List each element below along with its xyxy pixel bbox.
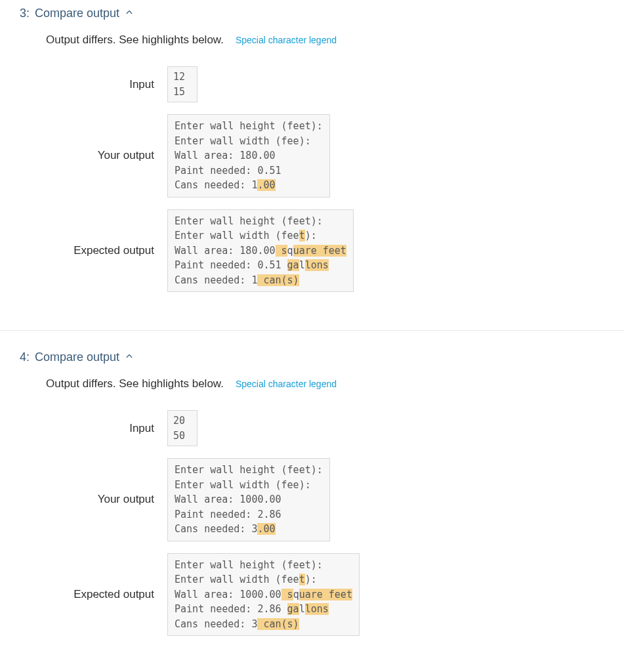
code-text: l xyxy=(299,259,305,271)
code-text: ): xyxy=(305,230,317,242)
compare-output-section: 4:Compare outputOutput differs. See high… xyxy=(0,330,624,654)
section-number: 4: xyxy=(20,350,30,364)
code-text: q xyxy=(293,589,299,600)
code-line: Enter wall height (feet): xyxy=(175,463,323,478)
code-text: Cans needed: 3 xyxy=(175,618,257,630)
code-text: Enter wall width (fee xyxy=(175,230,299,242)
chevron-up-icon xyxy=(125,350,134,364)
code-text: Enter wall height (feet): xyxy=(175,120,323,132)
code-line: Cans needed: 1.00 xyxy=(175,178,323,193)
section-header-toggle[interactable]: 4:Compare output xyxy=(20,350,604,364)
code-text: Enter wall height (feet): xyxy=(175,559,323,571)
code-line: Wall area: 180.00 xyxy=(175,148,323,163)
expected-output-label: Expected output xyxy=(46,244,167,257)
diff-highlight: can xyxy=(263,274,281,286)
code-line: Cans needed: 3.00 xyxy=(175,522,323,537)
diff-highlight: s) xyxy=(287,274,299,286)
diff-highlight: s) xyxy=(287,618,299,630)
code-text: Enter wall width (fee xyxy=(175,574,299,585)
diff-highlight: s xyxy=(276,245,287,257)
code-text: Paint needed: 2.86 xyxy=(175,509,281,520)
code-line: Enter wall width (fee): xyxy=(175,478,323,493)
diff-highlight: are feet xyxy=(305,589,352,600)
code-line: Enter wall height (feet): xyxy=(175,558,352,573)
expected-output-label: Expected output xyxy=(46,588,167,601)
special-character-legend-link[interactable]: Special character legend xyxy=(236,35,337,45)
expected-output-row: Expected outputEnter wall height (feet):… xyxy=(46,553,604,637)
diff-highlight: .00 xyxy=(257,179,275,191)
code-text: q xyxy=(287,245,293,257)
code-line: Paint needed: 2.86 gallons xyxy=(175,602,352,617)
code-line: Wall area: 180.00 square feet xyxy=(175,243,346,259)
compare-grid: Input2050Your outputEnter wall height (f… xyxy=(46,410,604,636)
expected-output-row: Expected outputEnter wall height (feet):… xyxy=(46,209,604,293)
expected-output-box: Enter wall height (feet):Enter wall widt… xyxy=(167,209,354,293)
code-line: Paint needed: 0.51 xyxy=(175,163,323,178)
diff-highlight: ons xyxy=(311,259,329,271)
diff-highlight: t xyxy=(299,574,305,585)
code-line: 50 xyxy=(173,429,192,444)
diff-highlight: ( xyxy=(281,274,287,286)
code-line: Enter wall height (feet): xyxy=(175,119,323,134)
your-output-box: Enter wall height (feet):Enter wall widt… xyxy=(167,114,330,198)
code-text: Paint needed: 0.51 xyxy=(175,165,281,177)
diff-highlight: l xyxy=(305,603,311,615)
code-line: Enter wall height (feet): xyxy=(175,214,346,229)
code-text: Wall area: 1000.00 xyxy=(175,589,281,600)
code-text: Paint needed: 0.51 xyxy=(175,259,287,271)
diff-summary-text: Output differs. See highlights below. xyxy=(46,33,224,47)
diff-highlight: ons xyxy=(311,603,329,615)
your-output-box: Enter wall height (feet):Enter wall widt… xyxy=(167,458,330,541)
your-output-row: Your outputEnter wall height (feet):Ente… xyxy=(46,114,604,198)
section-title: Compare output xyxy=(35,7,119,20)
your-output-label: Your output xyxy=(46,149,167,162)
page-root: 3:Compare outputOutput differs. See high… xyxy=(0,0,624,667)
code-line: Enter wall width (feet): xyxy=(175,572,352,587)
section-number: 3: xyxy=(20,7,30,20)
code-line: Wall area: 1000.00 xyxy=(175,492,323,507)
code-text: 12 xyxy=(173,71,185,83)
diff-summary-text: Output differs. See highlights below. xyxy=(46,377,224,390)
code-text: Enter wall width (fee): xyxy=(175,479,311,491)
code-line: Wall area: 1000.00 square feet xyxy=(175,587,352,602)
code-line: Paint needed: 0.51 gallons xyxy=(175,258,346,273)
code-text: Enter wall height (feet): xyxy=(175,215,323,227)
diff-highlight: ( xyxy=(281,618,287,630)
code-text: Enter wall width (fee): xyxy=(175,135,311,147)
code-text: 20 xyxy=(173,415,185,427)
input-row: Input2050 xyxy=(46,410,604,446)
code-text: Cans needed: 1 xyxy=(175,274,257,286)
your-output-row: Your outputEnter wall height (feet):Ente… xyxy=(46,458,604,541)
chevron-up-icon xyxy=(125,7,134,20)
code-line: 20 xyxy=(173,413,192,429)
diff-highlight: t xyxy=(299,230,305,242)
summary-row: Output differs. See highlights below.Spe… xyxy=(46,377,604,390)
input-label: Input xyxy=(46,78,167,91)
input-label: Input xyxy=(46,422,167,435)
code-text: Wall area: 180.00 xyxy=(175,245,276,257)
code-line: Enter wall width (feet): xyxy=(175,228,346,243)
code-text: Enter wall height (feet): xyxy=(175,464,323,476)
diff-highlight: s xyxy=(281,589,293,600)
section-header-toggle[interactable]: 3:Compare output xyxy=(20,7,604,20)
code-text: ): xyxy=(305,574,317,585)
code-text: Wall area: 1000.00 xyxy=(175,494,281,505)
diff-highlight: ga xyxy=(287,259,299,271)
diff-highlight: .00 xyxy=(257,523,275,535)
diff-highlight: uare feet xyxy=(293,245,346,257)
code-text: Paint needed: 2.86 xyxy=(175,603,287,615)
diff-highlight: can xyxy=(263,618,281,630)
input-row: Input1215 xyxy=(46,66,604,102)
diff-highlight: ga xyxy=(287,603,299,615)
diff-highlight: u xyxy=(299,589,305,600)
special-character-legend-link[interactable]: Special character legend xyxy=(236,379,337,389)
summary-row: Output differs. See highlights below.Spe… xyxy=(46,33,604,47)
diff-highlight: l xyxy=(305,259,311,271)
code-text: Cans needed: 3 xyxy=(175,523,257,535)
expected-output-box: Enter wall height (feet):Enter wall widt… xyxy=(167,553,360,637)
input-box: 1215 xyxy=(167,66,198,102)
code-line: 15 xyxy=(173,85,192,100)
code-text: Cans needed: 1 xyxy=(175,179,257,191)
section-title: Compare output xyxy=(35,350,119,364)
code-text: 50 xyxy=(173,430,185,442)
